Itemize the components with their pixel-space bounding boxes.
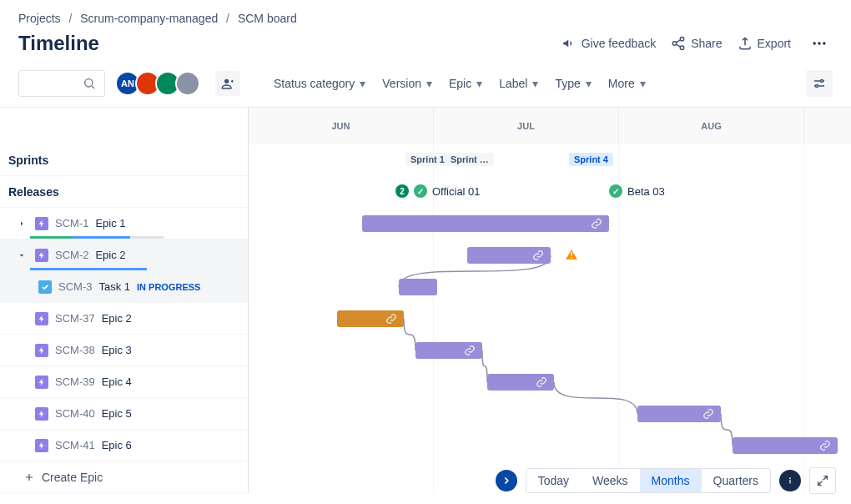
month-column: AUG xyxy=(619,108,804,144)
zoom-weeks[interactable]: Weeks xyxy=(581,469,640,492)
issue-row[interactable]: SCM-37Epic 2 xyxy=(0,303,248,335)
svg-point-1 xyxy=(672,42,677,46)
avatar-group[interactable]: AN xyxy=(115,71,200,96)
chevron-right-icon[interactable] xyxy=(17,219,28,229)
issue-key: SCM-3 xyxy=(58,280,92,293)
link-icon xyxy=(591,218,602,229)
filter-label[interactable]: Label▾ xyxy=(496,72,541,95)
warning-icon xyxy=(564,247,579,265)
ellipsis-icon xyxy=(811,35,828,52)
export-label: Export xyxy=(758,37,791,50)
releases-lane: 2✓Official 01✓Beta 03 xyxy=(249,176,851,208)
timeline-lane xyxy=(249,271,851,303)
breadcrumb-project[interactable]: Scrum-company-managed xyxy=(80,12,218,25)
timeline-bar[interactable] xyxy=(487,374,554,391)
timeline-lane xyxy=(249,366,851,398)
link-icon xyxy=(464,345,476,356)
add-user-icon xyxy=(221,77,234,90)
issue-row[interactable]: SCM-40Epic 5 xyxy=(0,398,248,430)
issue-row[interactable]: SCM-1Epic 1 xyxy=(0,208,248,239)
feedback-button[interactable]: Give feedback xyxy=(561,36,657,51)
link-icon xyxy=(819,440,831,451)
megaphone-icon xyxy=(561,36,577,51)
issue-name: Epic 4 xyxy=(102,375,132,388)
info-icon xyxy=(784,475,796,486)
filter-epic[interactable]: Epic▾ xyxy=(446,72,486,95)
filter-more[interactable]: More▾ xyxy=(605,72,649,95)
chevron-down-icon[interactable] xyxy=(17,250,28,260)
svg-point-10 xyxy=(789,477,791,479)
timeline-bar[interactable] xyxy=(362,215,609,232)
issue-row[interactable]: SCM-39Epic 4 xyxy=(0,366,248,398)
breadcrumb-board[interactable]: SCM board xyxy=(238,12,297,25)
issue-row[interactable]: SCM-38Epic 3 xyxy=(0,335,248,366)
link-icon xyxy=(385,313,397,325)
more-menu-button[interactable] xyxy=(806,30,833,57)
issue-key: SCM-41 xyxy=(55,439,95,451)
breadcrumb-sep: / xyxy=(68,12,72,25)
breadcrumb-sep: / xyxy=(226,12,229,25)
sliders-icon xyxy=(812,76,827,91)
filter-type[interactable]: Type▾ xyxy=(551,72,594,95)
month-column: JUL xyxy=(434,108,619,144)
sprint-chip[interactable]: Sprint 1 xyxy=(405,153,450,166)
issue-key: SCM-2 xyxy=(55,249,88,261)
svg-point-2 xyxy=(680,46,684,50)
sprint-chip[interactable]: Sprint … xyxy=(446,153,494,166)
search-input[interactable] xyxy=(24,77,83,90)
epic-icon xyxy=(35,439,48,452)
export-button[interactable]: Export xyxy=(738,36,791,51)
epic-icon xyxy=(35,217,48,230)
fullscreen-button[interactable] xyxy=(809,467,836,494)
issue-row[interactable]: SCM-3Task 1IN PROGRESS xyxy=(0,271,248,303)
share-button[interactable]: Share xyxy=(671,36,722,51)
share-label: Share xyxy=(691,37,722,50)
chevron-right-icon xyxy=(501,475,512,486)
issue-row[interactable]: SCM-41Epic 6 xyxy=(0,430,248,461)
timeline-bar[interactable] xyxy=(415,342,482,359)
filter-status[interactable]: Status category▾ xyxy=(270,72,369,95)
svg-point-9 xyxy=(816,85,818,88)
share-icon xyxy=(671,36,686,51)
zoom-months[interactable]: Months xyxy=(640,469,702,492)
zoom-quarters[interactable]: Quarters xyxy=(702,469,770,492)
breadcrumb-projects[interactable]: Projects xyxy=(18,12,61,25)
filter-version[interactable]: Version▾ xyxy=(379,72,436,95)
timeline-bar[interactable] xyxy=(399,279,437,295)
view-settings-button[interactable] xyxy=(806,70,833,97)
add-user-button[interactable] xyxy=(215,71,240,96)
svg-point-7 xyxy=(224,79,229,83)
issue-name: Task 1 xyxy=(98,280,130,293)
link-icon xyxy=(532,249,544,261)
svg-point-8 xyxy=(821,80,823,83)
export-icon xyxy=(738,36,753,51)
svg-point-5 xyxy=(823,42,825,44)
plus-icon xyxy=(23,471,35,483)
scroll-right-button[interactable] xyxy=(496,470,517,491)
epic-icon xyxy=(35,249,48,262)
search-box[interactable] xyxy=(18,70,105,97)
release-marker[interactable]: ✓Beta 03 xyxy=(609,184,665,198)
timeline-bar[interactable] xyxy=(337,310,404,327)
svg-point-4 xyxy=(818,42,820,44)
timeline-lane xyxy=(249,303,851,335)
zoom-today[interactable]: Today xyxy=(526,469,581,492)
timeline-bar[interactable] xyxy=(467,247,551,264)
sprints-header: Sprints xyxy=(0,144,248,176)
link-icon xyxy=(536,376,547,388)
sprint-chip[interactable]: Sprint 4 xyxy=(569,153,613,166)
issue-row[interactable]: SCM-2Epic 2 xyxy=(0,239,248,271)
release-marker[interactable]: 2✓Official 01 xyxy=(395,184,481,198)
issue-name: Epic 1 xyxy=(95,217,125,229)
timeline-bar[interactable] xyxy=(733,437,838,454)
avatar[interactable] xyxy=(175,71,200,96)
legend-button[interactable] xyxy=(779,470,801,491)
issue-key: SCM-37 xyxy=(55,312,95,325)
month-column: JUN xyxy=(249,108,434,144)
epic-icon xyxy=(35,407,48,421)
create-epic-button[interactable]: Create Epic xyxy=(0,461,248,493)
page-title: Timeline xyxy=(18,32,561,55)
svg-point-6 xyxy=(85,79,93,87)
epic-icon xyxy=(35,312,48,325)
timeline-bar[interactable] xyxy=(637,406,721,422)
